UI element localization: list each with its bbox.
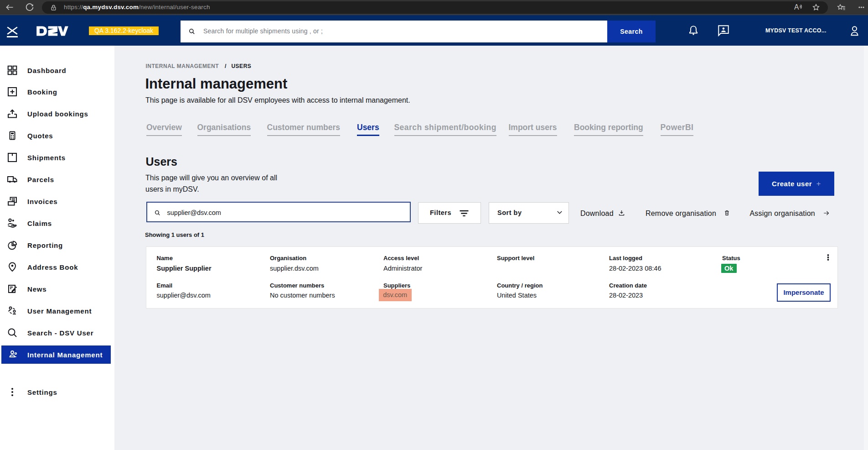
svg-text:A: A	[794, 3, 799, 11]
